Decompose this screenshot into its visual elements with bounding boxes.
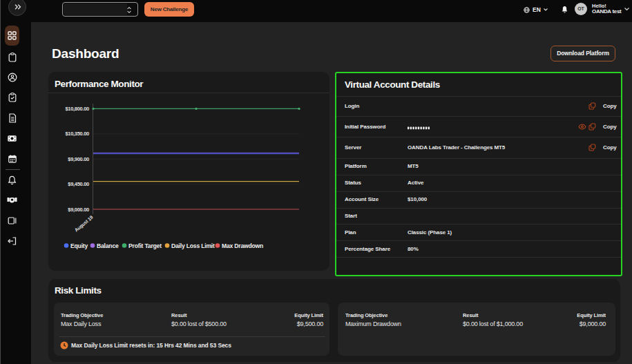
svg-text:$10,350.00: $10,350.00 — [65, 131, 89, 137]
svg-text:Daily Loss Limit: Daily Loss Limit — [171, 242, 215, 249]
svg-text:Equity: Equity — [70, 242, 88, 249]
svg-text:Profit Target: Profit Target — [128, 242, 162, 249]
svg-text:$10,800.00: $10,800.00 — [65, 106, 89, 112]
svg-text:Max Drawdown: Max Drawdown — [222, 242, 263, 249]
svg-text:August 19: August 19 — [74, 215, 95, 233]
svg-text:Balance: Balance — [97, 242, 119, 249]
svg-text:$9,900.00: $9,900.00 — [68, 156, 89, 162]
svg-text:$9,000.00: $9,000.00 — [68, 207, 89, 213]
svg-text:$9,450.00: $9,450.00 — [68, 181, 89, 187]
